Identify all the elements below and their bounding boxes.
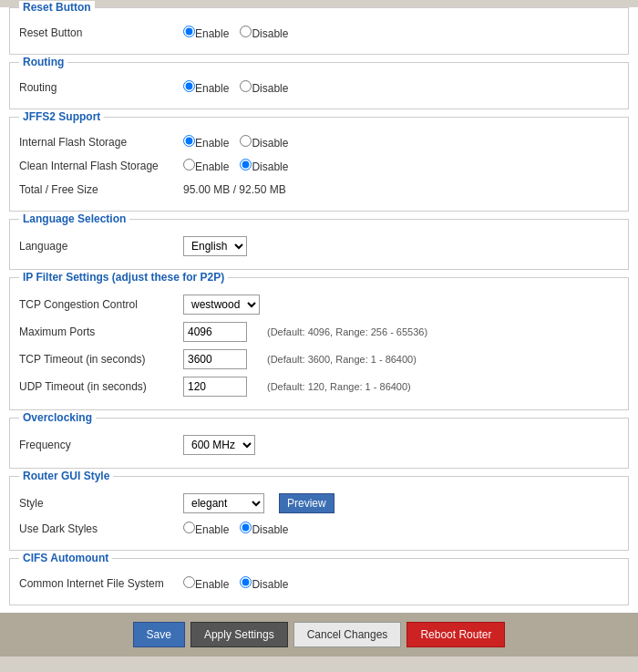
section-routing: RoutingRoutingEnableDisable — [9, 62, 629, 109]
field-value-max-ports: (Default: 4096, Range: 256 - 65536) — [183, 322, 427, 342]
field-row-internal-flash: Internal Flash StorageEnableDisable — [19, 130, 619, 154]
input-udp-timeout[interactable] — [183, 377, 247, 397]
section-language-selection: Language SelectionLanguageEnglish — [9, 219, 629, 270]
field-value-tcp-congestion: westwoodcubicbic — [183, 295, 260, 315]
radio-reset-button-field-enable[interactable] — [183, 26, 195, 37]
select-tcp-congestion[interactable]: westwoodcubicbic — [183, 295, 260, 315]
hint-tcp-timeout: (Default: 3600, Range: 1 - 86400) — [267, 354, 417, 365]
input-tcp-timeout[interactable] — [183, 349, 247, 369]
cancel-button[interactable]: Cancel Changes — [293, 622, 402, 647]
field-label-reset-button-field: Reset Button — [19, 26, 183, 39]
reboot-button[interactable]: Reboot Router — [406, 622, 505, 647]
field-row-dark-styles: Use Dark StylesEnableDisable — [19, 517, 619, 541]
field-label-internal-flash: Internal Flash Storage — [19, 136, 183, 149]
section-router-gui-style: Router GUI StyleStyleelegantclassicbrain… — [9, 476, 629, 551]
radio-label-reset-button-field-enable[interactable]: Enable — [183, 26, 229, 40]
field-label-max-ports: Maximum Ports — [19, 326, 183, 338]
section-cifs-automount: CIFS AutomountCommon Internet File Syste… — [9, 558, 629, 605]
section-content-ip-filter: TCP Congestion ControlwestwoodcubicbicMa… — [19, 291, 619, 400]
field-label-tcp-timeout: TCP Timeout (in seconds) — [19, 353, 183, 366]
field-label-tcp-congestion: TCP Congestion Control — [19, 298, 183, 311]
field-row-udp-timeout: UDP Timeout (in seconds)(Default: 120, R… — [19, 373, 619, 400]
field-value-internal-flash: EnableDisable — [183, 135, 288, 150]
section-title-overclocking: Overclocking — [19, 411, 96, 424]
radio-label-cifs-field-disable[interactable]: Disable — [240, 576, 288, 591]
section-reset-button: Reset ButtonReset ButtonEnableDisable — [9, 7, 629, 55]
field-label-routing-field: Routing — [19, 81, 183, 94]
radio-dark-styles-enable[interactable] — [183, 522, 195, 533]
section-title-ip-filter: IP Filter Settings (adjust these for P2P… — [19, 271, 228, 284]
section-content-jffs2-support: Internal Flash StorageEnableDisableClean… — [19, 130, 619, 202]
field-value-routing-field: EnableDisable — [183, 80, 288, 95]
section-ip-filter: IP Filter Settings (adjust these for P2P… — [9, 277, 629, 410]
field-row-reset-button-field: Reset ButtonEnableDisable — [19, 21, 619, 45]
select-language-field[interactable]: English — [183, 236, 247, 256]
radio-label-dark-styles-enable[interactable]: Enable — [183, 522, 229, 536]
section-content-router-gui-style: StyleelegantclassicbrainslayerPreviewUse… — [19, 490, 619, 541]
radio-internal-flash-disable[interactable] — [240, 135, 252, 147]
section-title-language-selection: Language Selection — [19, 212, 129, 225]
field-value-frequency-field: 600 MHz500 MHz400 MHz — [183, 435, 255, 455]
radio-label-cifs-field-enable[interactable]: Enable — [183, 576, 229, 591]
section-title-jffs2-support: JFFS2 Support — [19, 110, 104, 123]
field-row-clean-flash: Clean Internal Flash StorageEnableDisabl… — [19, 154, 619, 178]
section-content-language-selection: LanguageEnglish — [19, 233, 619, 260]
field-label-clean-flash: Clean Internal Flash Storage — [19, 160, 183, 172]
field-label-udp-timeout: UDP Timeout (in seconds) — [19, 380, 183, 393]
radio-label-clean-flash-disable[interactable]: Disable — [240, 159, 288, 173]
field-row-tcp-timeout: TCP Timeout (in seconds)(Default: 3600, … — [19, 346, 619, 373]
radio-cifs-field-disable[interactable] — [240, 576, 252, 588]
section-content-cifs-automount: Common Internet File SystemEnableDisable — [19, 572, 619, 595]
field-label-total-free: Total / Free Size — [19, 183, 183, 196]
field-value-style-field: elegantclassicbrainslayerPreview — [183, 493, 334, 513]
radio-clean-flash-enable[interactable] — [183, 159, 195, 171]
radio-routing-field-disable[interactable] — [240, 80, 252, 92]
section-overclocking: OverclockingFrequency600 MHz500 MHz400 M… — [9, 418, 629, 469]
field-row-frequency-field: Frequency600 MHz500 MHz400 MHz — [19, 431, 619, 459]
field-value-clean-flash: EnableDisable — [183, 159, 288, 173]
field-label-language-field: Language — [19, 240, 183, 253]
field-label-dark-styles: Use Dark Styles — [19, 522, 183, 535]
section-content-overclocking: Frequency600 MHz500 MHz400 MHz — [19, 431, 619, 459]
static-value-total-free: 95.00 MB / 92.50 MB — [183, 183, 286, 196]
section-content-reset-button: Reset ButtonEnableDisable — [19, 21, 619, 45]
field-row-routing-field: RoutingEnableDisable — [19, 76, 619, 99]
radio-label-internal-flash-enable[interactable]: Enable — [183, 135, 229, 150]
radio-cifs-field-enable[interactable] — [183, 576, 195, 588]
field-label-cifs-field: Common Internet File System — [19, 577, 183, 590]
footer-bar: Save Apply Settings Cancel Changes Reboo… — [0, 613, 638, 656]
radio-label-dark-styles-disable[interactable]: Disable — [240, 522, 288, 536]
field-label-style-field: Style — [19, 497, 183, 510]
field-row-style-field: StyleelegantclassicbrainslayerPreview — [19, 490, 619, 517]
field-value-udp-timeout: (Default: 120, Range: 1 - 86400) — [183, 377, 411, 397]
field-value-dark-styles: EnableDisable — [183, 522, 288, 536]
radio-reset-button-field-disable[interactable] — [240, 26, 252, 37]
select-style-field[interactable]: elegantclassicbrainslayer — [183, 493, 264, 513]
radio-label-internal-flash-disable[interactable]: Disable — [240, 135, 288, 150]
section-title-routing: Routing — [19, 56, 67, 68]
radio-routing-field-enable[interactable] — [183, 80, 195, 92]
field-value-reset-button-field: EnableDisable — [183, 26, 288, 40]
radio-label-routing-field-disable[interactable]: Disable — [240, 80, 288, 95]
hint-udp-timeout: (Default: 120, Range: 1 - 86400) — [267, 381, 411, 392]
input-max-ports[interactable] — [183, 322, 247, 342]
radio-label-routing-field-enable[interactable]: Enable — [183, 80, 229, 95]
radio-label-clean-flash-enable[interactable]: Enable — [183, 159, 229, 173]
radio-label-reset-button-field-disable[interactable]: Disable — [240, 26, 288, 40]
field-value-cifs-field: EnableDisable — [183, 576, 288, 591]
field-label-frequency-field: Frequency — [19, 439, 183, 451]
section-jffs2-support: JFFS2 SupportInternal Flash StorageEnabl… — [9, 117, 629, 212]
save-button[interactable]: Save — [133, 622, 185, 647]
preview-button[interactable]: Preview — [279, 493, 334, 513]
hint-max-ports: (Default: 4096, Range: 256 - 65536) — [267, 326, 427, 337]
field-row-cifs-field: Common Internet File SystemEnableDisable — [19, 572, 619, 595]
section-title-cifs-automount: CIFS Automount — [19, 552, 112, 564]
radio-clean-flash-disable[interactable] — [240, 159, 252, 171]
field-row-max-ports: Maximum Ports(Default: 4096, Range: 256 … — [19, 318, 619, 346]
radio-internal-flash-enable[interactable] — [183, 135, 195, 147]
field-value-tcp-timeout: (Default: 3600, Range: 1 - 86400) — [183, 349, 417, 369]
select-frequency-field[interactable]: 600 MHz500 MHz400 MHz — [183, 435, 255, 455]
apply-button[interactable]: Apply Settings — [190, 622, 288, 647]
radio-dark-styles-disable[interactable] — [240, 522, 252, 533]
field-row-language-field: LanguageEnglish — [19, 233, 619, 260]
